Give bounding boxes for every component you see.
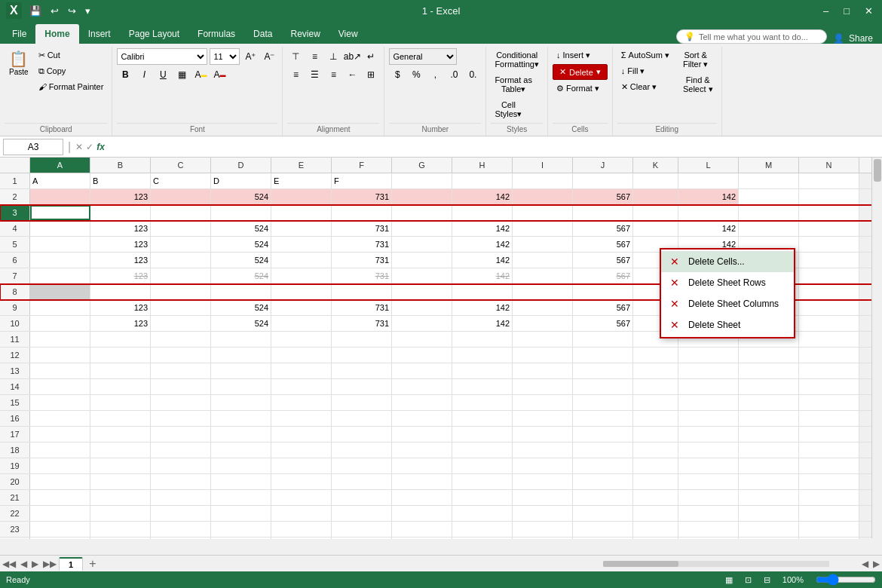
cell-F21[interactable]: [332, 490, 392, 505]
cell-M2[interactable]: [739, 189, 799, 204]
cell-H2[interactable]: 142: [452, 189, 513, 204]
cell-G18[interactable]: [392, 443, 452, 458]
cell-M13[interactable]: [739, 363, 799, 378]
cell-B20[interactable]: [90, 474, 151, 489]
cell-L22[interactable]: [678, 506, 739, 521]
cell-B24[interactable]: [90, 537, 151, 539]
col-header-J[interactable]: J: [573, 158, 633, 173]
cell-K2[interactable]: [633, 189, 678, 204]
cell-L17[interactable]: [678, 427, 739, 442]
cell-K12[interactable]: [633, 348, 678, 363]
save-button[interactable]: 💾: [26, 4, 44, 18]
cell-M23[interactable]: [739, 522, 799, 537]
col-header-M[interactable]: M: [739, 158, 799, 173]
cell-G24[interactable]: [392, 537, 452, 539]
row-num-16[interactable]: 16: [0, 411, 30, 426]
cell-L19[interactable]: [678, 458, 739, 473]
cell-I13[interactable]: [513, 363, 573, 378]
format-cells-button[interactable]: ⚙ Format ▾: [553, 81, 608, 96]
row-num-18[interactable]: 18: [0, 443, 30, 458]
cell-N16[interactable]: [799, 411, 859, 426]
cell-G22[interactable]: [392, 506, 452, 521]
sort-filter-button[interactable]: Sort &Filter ▾: [679, 48, 717, 72]
cell-G19[interactable]: [392, 458, 452, 473]
cell-C3[interactable]: [151, 205, 211, 220]
cell-F22[interactable]: [332, 506, 392, 521]
cell-I17[interactable]: [513, 427, 573, 442]
cell-E24[interactable]: [271, 537, 332, 539]
cell-K18[interactable]: [633, 443, 678, 458]
cell-E20[interactable]: [271, 474, 332, 489]
tab-review[interactable]: Review: [281, 24, 329, 44]
number-format-select[interactable]: General: [389, 48, 457, 65]
cell-A5[interactable]: [30, 237, 90, 252]
cell-N15[interactable]: [799, 395, 859, 410]
cell-E5[interactable]: [271, 237, 332, 252]
cell-J23[interactable]: [573, 522, 633, 537]
cell-E21[interactable]: [271, 490, 332, 505]
cell-G15[interactable]: [392, 395, 452, 410]
cell-M3[interactable]: [739, 205, 799, 220]
cell-H11[interactable]: [452, 332, 513, 347]
cell-B6[interactable]: 123: [90, 253, 151, 268]
font-size-select[interactable]: 11: [210, 48, 240, 65]
cell-N19[interactable]: [799, 458, 859, 473]
cell-E15[interactable]: [271, 395, 332, 410]
cell-G1[interactable]: [392, 173, 452, 188]
cell-H19[interactable]: [452, 458, 513, 473]
cell-A9[interactable]: [30, 300, 90, 315]
cell-D8[interactable]: [211, 284, 271, 299]
underline-button[interactable]: U: [155, 66, 171, 83]
tab-home[interactable]: Home: [35, 24, 78, 44]
row-num-13[interactable]: 13: [0, 363, 30, 378]
align-right-button[interactable]: ≡: [325, 66, 341, 83]
cell-H7[interactable]: 142: [452, 268, 513, 283]
cell-G11[interactable]: [392, 332, 452, 347]
copy-button[interactable]: ⧉ Copy: [35, 64, 108, 78]
cell-K4[interactable]: [633, 221, 678, 236]
redo-button[interactable]: ↪: [65, 4, 79, 18]
cell-E6[interactable]: [271, 253, 332, 268]
orient-button[interactable]: ab↗: [344, 48, 360, 65]
col-header-I[interactable]: I: [513, 158, 573, 173]
cell-I19[interactable]: [513, 458, 573, 473]
cell-N20[interactable]: [799, 474, 859, 489]
cell-K22[interactable]: [633, 506, 678, 521]
cell-B13[interactable]: [90, 363, 151, 378]
cell-D17[interactable]: [211, 427, 271, 442]
cell-A7[interactable]: [30, 268, 90, 283]
cell-F23[interactable]: [332, 522, 392, 537]
cell-F4[interactable]: 731: [332, 221, 392, 236]
cell-M24[interactable]: [739, 537, 799, 539]
cell-H16[interactable]: [452, 411, 513, 426]
cell-B23[interactable]: [90, 522, 151, 537]
view-layout-icon[interactable]: ⊡: [745, 575, 752, 585]
cell-D11[interactable]: [211, 332, 271, 347]
cell-C18[interactable]: [151, 443, 211, 458]
cell-H20[interactable]: [452, 474, 513, 489]
formula-input[interactable]: [108, 142, 879, 152]
name-box[interactable]: [3, 139, 63, 155]
cell-N21[interactable]: [799, 490, 859, 505]
row-num-17[interactable]: 17: [0, 427, 30, 442]
cell-B5[interactable]: 123: [90, 237, 151, 252]
hscroll-left-arrow[interactable]: ◀: [859, 559, 871, 569]
cell-B1[interactable]: B: [90, 173, 151, 188]
cell-N23[interactable]: [799, 522, 859, 537]
cell-A14[interactable]: [30, 379, 90, 394]
cell-M4[interactable]: [739, 221, 799, 236]
cell-B21[interactable]: [90, 490, 151, 505]
select-all-button[interactable]: [0, 158, 30, 173]
col-header-F[interactable]: F: [332, 158, 392, 173]
cell-H17[interactable]: [452, 427, 513, 442]
cell-J3[interactable]: [573, 205, 633, 220]
cell-D21[interactable]: [211, 490, 271, 505]
merge-center-button[interactable]: ⊞: [363, 66, 379, 83]
cell-A24[interactable]: [30, 537, 90, 539]
cell-M18[interactable]: [739, 443, 799, 458]
cell-A22[interactable]: [30, 506, 90, 521]
cell-A12[interactable]: [30, 348, 90, 363]
cell-C24[interactable]: [151, 537, 211, 539]
cell-H14[interactable]: [452, 379, 513, 394]
cell-D4[interactable]: 524: [211, 221, 271, 236]
